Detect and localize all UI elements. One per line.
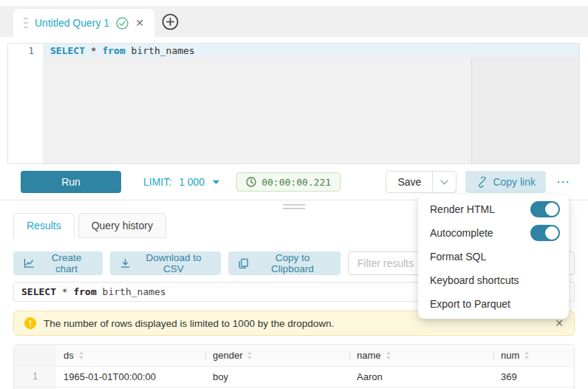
- sort-icon: [386, 351, 392, 359]
- sort-icon: [524, 351, 530, 359]
- sql-star: *: [91, 45, 97, 56]
- sql-identifier: birth_names: [131, 45, 195, 56]
- sql-keyword: SELECT: [50, 45, 85, 56]
- timer-value: 00:00:00.221: [261, 177, 331, 188]
- tab-query-history[interactable]: Query history: [78, 213, 166, 238]
- create-chart-label: Create chart: [41, 252, 92, 274]
- copy-icon: [239, 258, 248, 269]
- save-button[interactable]: Save: [386, 172, 432, 192]
- menu-item-export-parquet[interactable]: Export to Parquet: [418, 292, 569, 316]
- sql-identifier: birth_names: [103, 286, 166, 297]
- editor-code-line: SELECT * from birth_names: [50, 44, 195, 57]
- column-label: name: [357, 350, 381, 361]
- cell-num: 369: [493, 366, 574, 387]
- menu-item-label: Keyboard shortcuts: [430, 274, 519, 286]
- table-header-row: ds gender name num: [14, 345, 574, 366]
- sql-keyword: from: [102, 45, 125, 56]
- limit-label: LIMIT:: [143, 176, 171, 188]
- row-index-header: [14, 345, 56, 366]
- limit-value: 1 000: [179, 176, 205, 188]
- banner-close-icon[interactable]: ✕: [555, 317, 564, 329]
- copy-clipboard-label: Copy to Clipboard: [255, 252, 330, 274]
- copy-link-button[interactable]: Copy link: [465, 171, 546, 193]
- more-options-icon[interactable]: ⋯: [556, 175, 570, 189]
- menu-item-label: Render HTML: [430, 203, 495, 215]
- sort-icon: [78, 351, 84, 359]
- cell-gender: boy: [205, 366, 349, 387]
- warning-text: The number of rows displayed is limited …: [44, 318, 547, 329]
- drag-grip-icon: [24, 17, 28, 29]
- download-csv-button[interactable]: Download to CSV: [110, 251, 221, 275]
- menu-item-label: Format SQL: [430, 251, 486, 263]
- column-header-ds[interactable]: ds: [56, 345, 205, 366]
- add-tab-icon[interactable]: [162, 13, 179, 30]
- column-header-num[interactable]: num: [493, 345, 574, 366]
- column-label: num: [501, 350, 519, 361]
- sql-editor[interactable]: 1 SELECT * from birth_names: [7, 43, 580, 164]
- sql-star: *: [62, 286, 68, 297]
- new-tab-area: [162, 6, 179, 37]
- table-row[interactable]: 1 1965-01-01T00:00:00 boy Aaron 369: [14, 366, 574, 387]
- save-options-caret[interactable]: [432, 172, 456, 192]
- tab-close-icon[interactable]: ✕: [135, 17, 144, 29]
- more-options-menu: Render HTML Autocomplete Format SQL Keyb…: [418, 194, 569, 319]
- clock-icon: [246, 177, 256, 187]
- menu-item-label: Export to Parquet: [430, 298, 510, 310]
- results-table: ds gender name num: [13, 344, 575, 389]
- column-label: gender: [213, 350, 242, 361]
- menu-item-autocomplete[interactable]: Autocomplete: [418, 221, 569, 245]
- cell-name: Aaron: [349, 366, 493, 387]
- editor-print-margin: [471, 44, 579, 163]
- menu-item-keyboard-shortcuts[interactable]: Keyboard shortcuts: [418, 268, 569, 292]
- download-icon: [120, 258, 130, 268]
- autocomplete-toggle[interactable]: [530, 225, 560, 241]
- limit-dropdown[interactable]: LIMIT: 1 000: [143, 176, 220, 188]
- editor-line-number: 1: [8, 44, 43, 57]
- south-pane-tabs: Results Query history: [13, 213, 166, 238]
- caret-down-icon: [212, 180, 220, 185]
- menu-item-render-html[interactable]: Render HTML: [418, 197, 569, 221]
- column-header-name[interactable]: name: [349, 345, 493, 366]
- sql-keyword: SELECT: [21, 286, 56, 297]
- run-button[interactable]: Run: [21, 171, 121, 193]
- tab-untitled-query-1[interactable]: Untitled Query 1 ✕: [13, 9, 154, 37]
- query-tab-bar: Untitled Query 1 ✕: [0, 6, 588, 37]
- column-header-gender[interactable]: gender: [205, 345, 349, 366]
- sort-icon: [247, 351, 253, 359]
- warning-icon: !: [24, 317, 36, 329]
- editor-gutter: [8, 44, 43, 163]
- save-split-button: Save: [386, 171, 457, 193]
- pane-resize-handle[interactable]: [283, 204, 305, 212]
- create-chart-button[interactable]: Create chart: [13, 251, 103, 275]
- query-timer-badge: 00:00:00.221: [236, 172, 341, 192]
- sql-lab-page: Untitled Query 1 ✕ 1 SELECT * from bir: [0, 0, 588, 389]
- cell-ds: 1965-01-01T00:00:00: [56, 366, 205, 387]
- sql-keyword: from: [73, 286, 96, 297]
- tab-results[interactable]: Results: [13, 213, 75, 238]
- menu-item-label: Autocomplete: [430, 227, 493, 239]
- query-success-check-icon: [116, 17, 129, 30]
- download-csv-label: Download to CSV: [137, 252, 211, 274]
- render-html-toggle[interactable]: [530, 201, 560, 217]
- column-label: ds: [64, 350, 74, 361]
- query-tab-label: Untitled Query 1: [35, 17, 109, 29]
- copy-link-label: Copy link: [493, 176, 536, 188]
- row-index: 1: [14, 366, 56, 387]
- copy-clipboard-button[interactable]: Copy to Clipboard: [228, 251, 341, 275]
- link-icon: [476, 177, 487, 188]
- chevron-down-icon: [440, 180, 448, 185]
- chart-icon: [24, 258, 34, 268]
- menu-item-format-sql[interactable]: Format SQL: [418, 245, 569, 268]
